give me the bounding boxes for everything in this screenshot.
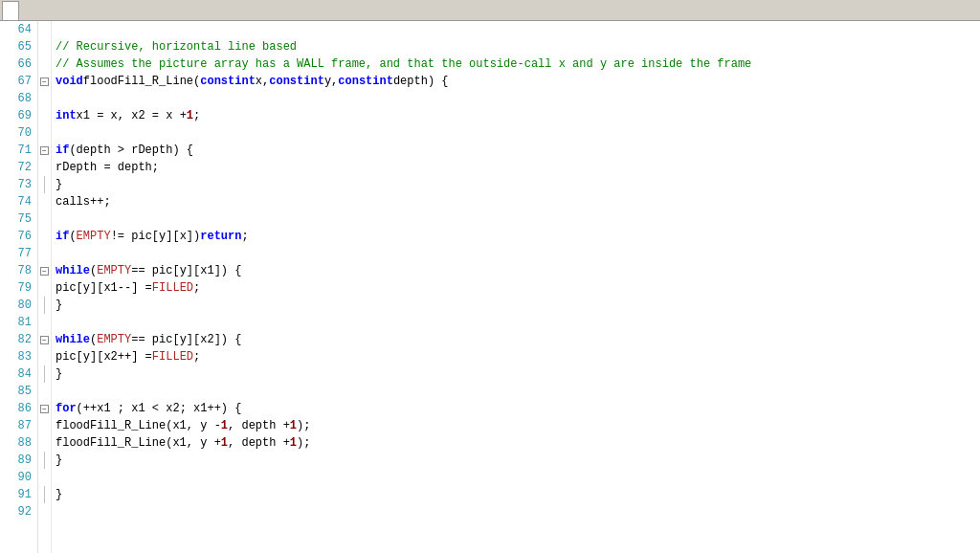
code-line: void floodFill_R_Line(const int x, const… xyxy=(56,73,980,90)
code-line xyxy=(56,469,980,486)
fold-collapse-icon[interactable]: − xyxy=(40,267,49,276)
token: floodFill_R_Line( xyxy=(83,73,200,90)
code-line: } xyxy=(56,297,980,314)
token: // Recursive, horizontal line based xyxy=(56,38,297,55)
line-number: 79 xyxy=(6,279,32,297)
line-number: 73 xyxy=(6,176,32,193)
token: return xyxy=(200,228,241,245)
token: EMPTY xyxy=(97,331,131,348)
code-line xyxy=(56,314,980,331)
token: for xyxy=(56,400,77,417)
line-number: 66 xyxy=(6,55,32,73)
code-line xyxy=(56,21,980,38)
fold-collapse-icon[interactable]: − xyxy=(40,146,49,155)
token: const xyxy=(269,73,303,90)
fold-marker xyxy=(38,210,51,228)
fold-marker xyxy=(38,228,51,245)
token: } xyxy=(56,365,62,383)
token: int xyxy=(372,73,393,90)
code-line: // Assumes the picture array has a WALL … xyxy=(56,55,980,73)
token: == pic[y][x2]) { xyxy=(131,331,241,348)
token: FILLED xyxy=(152,279,193,297)
token: calls++; xyxy=(56,193,111,210)
file-tab[interactable] xyxy=(2,1,19,20)
code-line: int x1 = x, x2 = x + 1; xyxy=(56,107,980,124)
fold-collapse-icon[interactable]: − xyxy=(40,336,49,344)
token: void xyxy=(56,73,83,90)
fold-marker xyxy=(38,417,51,434)
line-number: 68 xyxy=(6,90,32,107)
fold-marker[interactable]: − xyxy=(38,262,51,279)
token: ; xyxy=(193,279,200,297)
token: } xyxy=(56,486,62,503)
line-number: 69 xyxy=(6,107,32,124)
code-line xyxy=(56,383,980,400)
fold-marker xyxy=(38,193,51,210)
code-line: } xyxy=(56,486,980,503)
code-line: floodFill_R_Line(x1, y + 1, depth + 1); xyxy=(56,434,980,452)
fold-collapse-icon[interactable]: − xyxy=(40,77,49,86)
line-number: 77 xyxy=(6,245,32,262)
fold-marker xyxy=(38,107,51,124)
code-content: // Recursive, horizontal line based// As… xyxy=(52,21,980,553)
token: != pic[y][x]) xyxy=(111,228,201,245)
code-line: floodFill_R_Line(x1, y - 1, depth + 1); xyxy=(56,417,980,434)
token: const xyxy=(200,73,234,90)
token: EMPTY xyxy=(77,228,111,245)
code-line: while (EMPTY == pic[y][x1]) { xyxy=(56,262,980,279)
fold-marker xyxy=(38,159,51,176)
fold-marker[interactable] xyxy=(38,297,51,314)
line-number: 70 xyxy=(6,124,32,142)
code-line: pic[y][x2++] = FILLED; xyxy=(56,348,980,365)
fold-line xyxy=(44,176,45,193)
fold-marker xyxy=(38,55,51,73)
fold-marker[interactable]: − xyxy=(38,73,51,90)
fold-line xyxy=(44,297,45,314)
fold-marker[interactable]: − xyxy=(38,142,51,159)
fold-marker xyxy=(38,90,51,107)
tab-bar xyxy=(0,0,980,21)
fold-marker[interactable] xyxy=(38,486,51,503)
fold-collapse-icon[interactable]: − xyxy=(40,405,49,413)
line-number: 85 xyxy=(6,383,32,400)
token: } xyxy=(56,176,62,193)
fold-marker[interactable] xyxy=(38,452,51,469)
fold-marker xyxy=(38,124,51,142)
line-number: 76 xyxy=(6,228,32,245)
fold-marker xyxy=(38,434,51,452)
code-line: if (depth > rDepth) { xyxy=(56,142,980,159)
code-line xyxy=(56,210,980,228)
fold-marker xyxy=(38,38,51,55)
line-number: 67 xyxy=(6,73,32,90)
code-line: } xyxy=(56,176,980,193)
token: (++x1 ; x1 < x2; x1++) { xyxy=(77,400,242,417)
fold-marker xyxy=(38,245,51,262)
code-line: if (EMPTY != pic[y][x]) return; xyxy=(56,228,980,245)
token: x1 = x, x2 = x + xyxy=(77,107,187,124)
fold-marker xyxy=(38,314,51,331)
fold-marker xyxy=(38,279,51,297)
line-number: 89 xyxy=(6,452,32,469)
fold-line xyxy=(44,452,45,469)
line-number: 75 xyxy=(6,210,32,228)
code-area: 6465666768697071727374757677787980818283… xyxy=(0,21,980,553)
code-line: for (++x1 ; x1 < x2; x1++) { xyxy=(56,400,980,417)
fold-marker[interactable]: − xyxy=(38,331,51,348)
token: depth) { xyxy=(393,73,449,90)
line-number: 91 xyxy=(6,486,32,503)
token: ); xyxy=(297,417,310,434)
token: while xyxy=(56,331,90,348)
code-line xyxy=(56,245,980,262)
token: int xyxy=(303,73,324,90)
code-line xyxy=(56,124,980,142)
fold-marker[interactable]: − xyxy=(38,400,51,417)
line-number: 65 xyxy=(6,38,32,55)
fold-marker[interactable] xyxy=(38,365,51,383)
line-number: 84 xyxy=(6,365,32,383)
fold-marker[interactable] xyxy=(38,176,51,193)
code-line: rDepth = depth; xyxy=(56,159,980,176)
line-number: 90 xyxy=(6,469,32,486)
code-line: calls++; xyxy=(56,193,980,210)
token: ); xyxy=(297,434,310,452)
token: pic[y][x1--] = xyxy=(56,279,152,297)
